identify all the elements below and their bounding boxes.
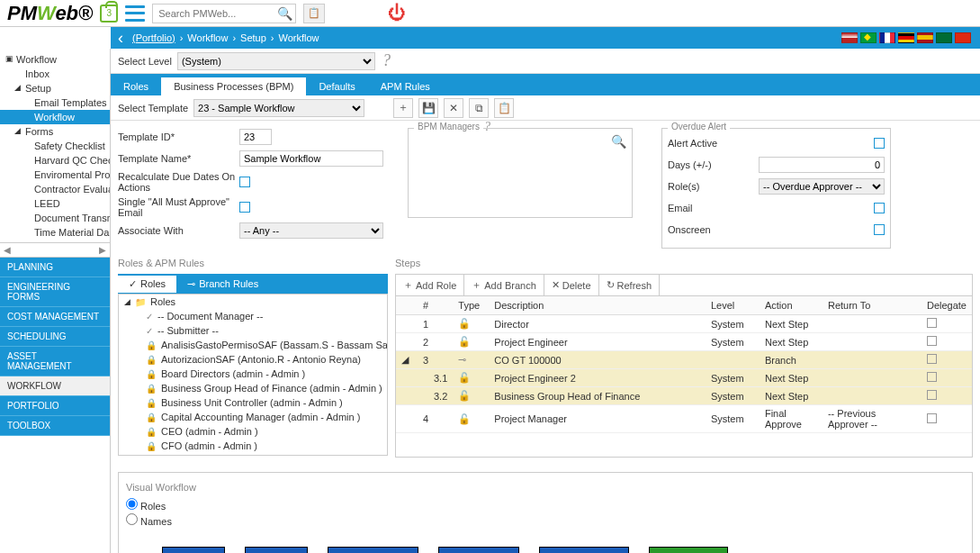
- search-input[interactable]: 🔍: [152, 4, 296, 23]
- steps-grid[interactable]: # Type Description Level Action Return T…: [395, 295, 973, 458]
- visual-workflow: Visual Workflow Roles Names Submitter→ D…: [118, 472, 973, 553]
- delete-button[interactable]: ✕: [444, 98, 463, 118]
- roles-subtabs: ✓ Roles ⊸ Branch Rules: [118, 274, 388, 294]
- select-template[interactable]: 23 - Sample Workflow: [193, 99, 364, 117]
- recalc-checkbox[interactable]: [239, 177, 250, 187]
- delete-step-button[interactable]: ✕Delete: [544, 275, 599, 295]
- calendar-button[interactable]: 📋: [303, 4, 325, 23]
- sec-workflow[interactable]: WORKFLOW: [0, 376, 110, 396]
- table-row[interactable]: ◢3⊸CO GT 100000Branch: [396, 351, 972, 369]
- power-icon[interactable]: ⏻: [388, 3, 406, 23]
- subtab-roles[interactable]: ✓ Roles: [118, 276, 176, 293]
- select-level-label: Select Level: [118, 56, 172, 67]
- tab-apm[interactable]: APM Rules: [368, 77, 443, 95]
- tree-inbox[interactable]: Inbox: [0, 67, 110, 81]
- flow-diagram: Submitter→ Director→ Project Engineer→ C…: [126, 538, 965, 553]
- sec-planning[interactable]: PLANNING: [0, 258, 110, 277]
- section-list: PLANNING ENGINEERING FORMS COST MANAGEME…: [0, 258, 110, 553]
- tree-contractor[interactable]: Contractor Evaluation: [0, 182, 110, 196]
- main-tabs: Roles Business Processes (BPM) Defaults …: [111, 74, 980, 95]
- subtab-branch[interactable]: ⊸ Branch Rules: [176, 276, 269, 293]
- node-pm[interactable]: Project Manager: [539, 547, 629, 553]
- assoc-label: Associate With: [118, 225, 239, 236]
- template-name-label: Template Name*: [118, 153, 239, 164]
- table-row[interactable]: 3.2🔓Business Group Head of FinanceSystem…: [396, 387, 972, 405]
- tree-email-templates[interactable]: Email Templates: [0, 95, 110, 110]
- sec-cost[interactable]: COST MANAGEMENT: [0, 307, 110, 327]
- radio-names[interactable]: Names: [126, 513, 965, 527]
- back-icon[interactable]: ‹: [118, 29, 123, 48]
- tree-workflow[interactable]: ▣Workflow: [0, 52, 110, 67]
- help-icon[interactable]: ?: [382, 51, 391, 70]
- tree-safety[interactable]: Safety Checklist: [0, 139, 110, 153]
- notification-badge[interactable]: 3: [100, 5, 118, 23]
- search-icon[interactable]: 🔍: [277, 6, 292, 21]
- bpm-help-icon[interactable]: ?: [484, 120, 490, 134]
- onscreen-label: Onscreen: [668, 224, 740, 235]
- radio-roles[interactable]: Roles: [126, 498, 965, 512]
- alert-active-label: Alert Active: [668, 138, 740, 149]
- assoc-select[interactable]: -- Any --: [239, 222, 383, 239]
- template-name-field[interactable]: [239, 150, 383, 167]
- sec-toolbox[interactable]: TOOLBOX: [0, 416, 110, 436]
- nav-tree: ▣Workflow Inbox ◢Setup Email Templates W…: [0, 49, 110, 242]
- tab-defaults[interactable]: Defaults: [306, 77, 367, 95]
- nav-scroll[interactable]: ◀▶: [0, 242, 110, 258]
- bpm-search-icon[interactable]: 🔍: [611, 134, 626, 149]
- sec-asset[interactable]: ASSET MANAGEMENT: [0, 347, 110, 376]
- days-label: Days (+/-): [668, 159, 740, 170]
- paste-button[interactable]: 📋: [494, 98, 514, 118]
- tree-setup[interactable]: ◢Setup: [0, 81, 110, 95]
- add-button[interactable]: ＋: [393, 98, 413, 118]
- table-row[interactable]: 4🔓Project ManagerSystemFinal Approve-- P…: [396, 405, 972, 433]
- sec-scheduling[interactable]: SCHEDULING: [0, 327, 110, 347]
- table-row[interactable]: 3.1🔓Project Engineer 2SystemNext Step: [396, 369, 972, 387]
- language-flags[interactable]: [841, 32, 971, 43]
- sec-portfolio[interactable]: PORTFOLIO: [0, 396, 110, 416]
- tree-time[interactable]: Time Material Daily Lo: [0, 225, 110, 240]
- days-field[interactable]: [759, 157, 885, 173]
- node-final[interactable]: Final Approve: [649, 547, 728, 553]
- node-co[interactable]: CO GT 100000: [438, 547, 519, 553]
- template-id-field[interactable]: [239, 129, 272, 145]
- node-director[interactable]: Director: [245, 547, 308, 553]
- table-row[interactable]: 1🔓DirectorSystemNext Step: [396, 315, 972, 333]
- add-role-button[interactable]: ＋Add Role: [396, 275, 464, 295]
- refresh-button[interactable]: ↻Refresh: [599, 275, 661, 295]
- content: Select Level (System) ? Roles Business P…: [111, 49, 980, 553]
- logo: PMWeb®: [7, 2, 93, 25]
- breadcrumb-portfolio[interactable]: (Portfolio): [132, 32, 175, 43]
- add-branch-button[interactable]: ＋Add Branch: [464, 275, 544, 295]
- tree-leed[interactable]: LEED: [0, 196, 110, 211]
- tab-bpm[interactable]: Business Processes (BPM): [161, 77, 306, 95]
- tree-enviro[interactable]: Enviromental Profile: [0, 168, 110, 182]
- roles-select[interactable]: -- Overdue Approver --: [759, 178, 885, 195]
- roles-label: Role(s): [668, 181, 740, 192]
- node-submitter[interactable]: Submitter: [162, 547, 225, 553]
- email-label: Email: [668, 203, 740, 213]
- hamburger-icon[interactable]: [125, 5, 145, 22]
- roles-panel-title: Roles & APM Rules: [118, 256, 388, 270]
- single-checkbox[interactable]: [239, 202, 250, 213]
- recalc-label: Recalculate Due Dates On Actions: [118, 171, 239, 193]
- form-section: Template ID* Template Name* Recalculate …: [111, 121, 980, 256]
- tree-harvard[interactable]: Harvard QC Checklist: [0, 153, 110, 168]
- tab-roles[interactable]: Roles: [111, 77, 161, 95]
- select-template-label: Select Template: [118, 103, 188, 113]
- overdue-panel: Overdue Alert Alert Active Days (+/-) Ro…: [661, 128, 891, 249]
- roles-tree[interactable]: ◢📁Roles ✓-- Document Manager -- ✓-- Subm…: [118, 294, 388, 456]
- bpm-managers-panel: BPM Managers ? 🔍: [408, 128, 633, 218]
- tree-forms[interactable]: ◢Forms: [0, 124, 110, 139]
- table-row[interactable]: 2🔓Project EngineerSystemNext Step: [396, 333, 972, 351]
- tree-doc-trans[interactable]: Document Transmittal: [0, 211, 110, 225]
- node-pe[interactable]: Project Engineer: [328, 547, 418, 553]
- onscreen-checkbox[interactable]: [874, 224, 885, 235]
- save-button[interactable]: 💾: [418, 98, 438, 118]
- sec-eng-forms[interactable]: ENGINEERING FORMS: [0, 277, 110, 307]
- alert-active-checkbox[interactable]: [874, 138, 885, 149]
- copy-button[interactable]: ⧉: [469, 98, 489, 118]
- email-checkbox[interactable]: [874, 203, 885, 213]
- select-level[interactable]: (System): [177, 52, 375, 70]
- tree-workflow-sel[interactable]: Workflow: [0, 110, 110, 124]
- topbar: PMWeb® 3 🔍 📋 ⏻: [0, 0, 980, 27]
